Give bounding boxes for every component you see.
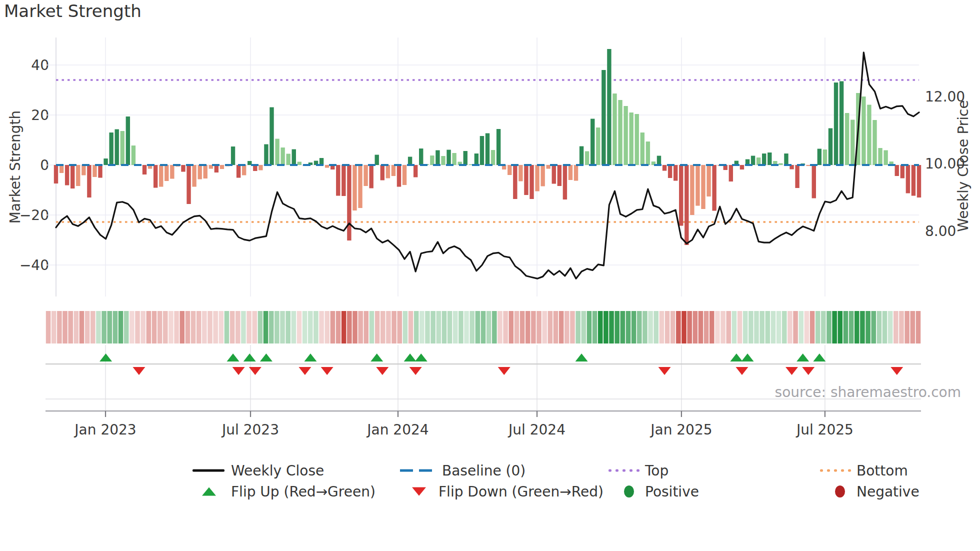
baseline-dash-swatch-icon (400, 470, 432, 472)
flip-down-triangle-icon (412, 488, 426, 496)
legend-top: Top (645, 462, 668, 479)
flip-up-triangle-icon (202, 488, 216, 496)
legend-weekly-close: Weekly Close (231, 462, 324, 479)
weekly-close-line-swatch-icon (192, 470, 224, 472)
legend-bottom: Bottom (856, 462, 908, 479)
legend-positive: Positive (645, 484, 699, 500)
source-annotation: source: sharemaestro.com (775, 384, 961, 400)
legend-baseline: Baseline (0) (442, 462, 526, 479)
legend-flip-up: Flip Up (Red→Green) (231, 484, 376, 500)
legend-flip-down: Flip Down (Green→Red) (438, 484, 604, 500)
market-strength-figure: Market Strength Market Strength Weekly C… (0, 0, 980, 551)
top-dotted-swatch-icon (608, 470, 640, 472)
bottom-dotted-swatch-icon (820, 470, 852, 472)
negative-dot-icon (835, 486, 845, 498)
positive-dot-icon (624, 486, 634, 498)
legend-negative: Negative (856, 484, 920, 500)
